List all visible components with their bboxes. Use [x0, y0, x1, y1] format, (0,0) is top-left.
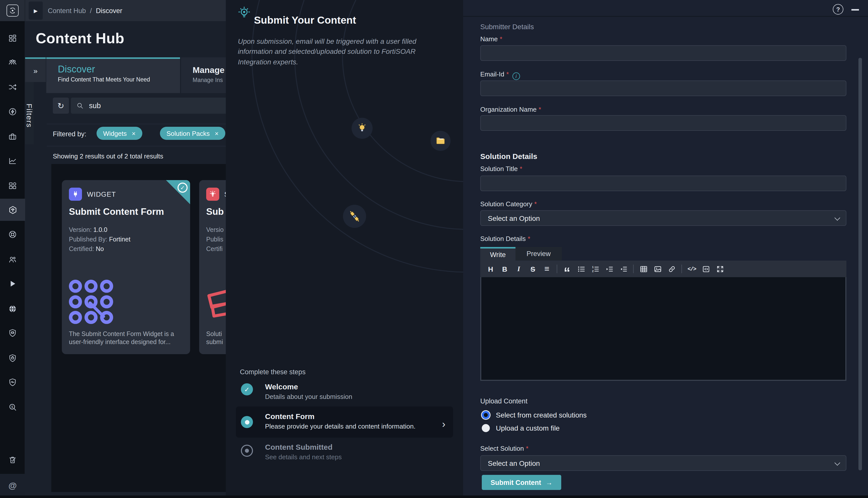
- blockquote-icon[interactable]: “: [563, 265, 571, 273]
- breadcrumb-parent[interactable]: Content Hub: [48, 7, 86, 14]
- filters-expand-button[interactable]: »: [25, 59, 46, 82]
- refresh-button[interactable]: ↻: [53, 97, 69, 114]
- select-solution-select[interactable]: Select an Option: [480, 455, 846, 471]
- automation-logo-icon[interactable]: [6, 4, 18, 17]
- italic-icon[interactable]: I: [515, 265, 523, 273]
- step-content-form-title[interactable]: Content Form: [265, 412, 315, 421]
- solution-category-select[interactable]: Select an Option: [480, 210, 846, 226]
- filter-tag-label: Solution Packs: [166, 130, 210, 137]
- inline-code-icon[interactable]: </>: [687, 265, 696, 273]
- solution-details-editor[interactable]: [480, 277, 846, 381]
- minimize-button[interactable]: [851, 9, 859, 10]
- outdent-icon[interactable]: [619, 265, 628, 273]
- window-bottom-edge: [0, 496, 868, 498]
- editor-tab-write[interactable]: Write: [480, 247, 516, 261]
- required-mark: *: [520, 165, 522, 172]
- sidebar-item-mentions[interactable]: @: [0, 474, 25, 498]
- solution-category-label: Solution Category*: [480, 200, 537, 208]
- image-icon[interactable]: [653, 265, 662, 273]
- filter-tag-widgets[interactable]: Widgets ×: [96, 127, 142, 140]
- sidebar-header: [0, 0, 25, 21]
- sidebar-item-recycle-bin[interactable]: [0, 449, 25, 471]
- sidebar-item-shield-bug[interactable]: [0, 322, 25, 344]
- sidebar-item-users[interactable]: [0, 249, 25, 271]
- organization-field[interactable]: [480, 115, 846, 131]
- email-field[interactable]: [480, 80, 846, 96]
- remove-filter-icon[interactable]: ×: [215, 130, 218, 137]
- indent-icon[interactable]: [605, 265, 614, 273]
- bolt-circle-icon: [8, 107, 17, 116]
- solution-details-heading: Solution Details: [480, 152, 537, 160]
- sidebar-item-help-ring[interactable]: [0, 223, 25, 246]
- name-label: Name*: [480, 35, 503, 43]
- submit-content-button[interactable]: Submit Content →: [482, 475, 561, 490]
- info-icon[interactable]: i: [512, 73, 520, 80]
- card-meta: Version: 1.0.0 Published By: Fortinet Ce…: [69, 225, 131, 254]
- filters-rail: » Filters: [25, 57, 46, 144]
- ordered-list-icon[interactable]: 12: [591, 265, 599, 273]
- filter-tag-solution-packs[interactable]: Solution Packs ×: [160, 127, 225, 140]
- meta-label: Published By:: [69, 236, 109, 243]
- breadcrumb-current[interactable]: Discover: [96, 7, 122, 14]
- name-field[interactable]: [480, 45, 846, 61]
- refresh-icon: ↻: [57, 101, 64, 110]
- scrollbar-thumb[interactable]: [858, 58, 862, 470]
- step-content-submitted-title[interactable]: Content Submitted: [265, 443, 332, 451]
- heading-icon[interactable]: H: [486, 265, 495, 273]
- widget-graphic: [69, 280, 116, 324]
- widget-type-icon: [69, 188, 82, 201]
- chevron-right-icon[interactable]: ›: [442, 419, 445, 430]
- sidebar-item-automation[interactable]: [0, 101, 25, 123]
- link-icon[interactable]: [667, 265, 676, 273]
- sidebar-item-dashboard[interactable]: [0, 27, 25, 49]
- sidebar-item-content-hub[interactable]: [0, 199, 25, 221]
- select-solution-label: Select Solution*: [480, 445, 529, 452]
- unordered-list-icon[interactable]: [577, 265, 585, 273]
- strikethrough-icon[interactable]: S: [529, 265, 537, 273]
- lines-icon[interactable]: ≡: [543, 265, 551, 273]
- meta-value: 1.0.0: [93, 226, 107, 233]
- solution-title-label: Solution Title*: [480, 165, 522, 172]
- shuffle-icon: [8, 82, 17, 92]
- fullscreen-icon[interactable]: [716, 265, 724, 273]
- sidebar-item-shield-pulse[interactable]: [0, 371, 25, 393]
- table-icon[interactable]: [639, 265, 648, 273]
- collapse-panel-button[interactable]: ▶: [29, 1, 43, 19]
- shield-briefcase-icon: [8, 354, 17, 363]
- check-icon: ✓: [177, 183, 188, 193]
- tab-discover[interactable]: Discover Find Content That Meets Your Ne…: [46, 57, 180, 93]
- step-welcome-title[interactable]: Welcome: [265, 382, 298, 391]
- sidebar-item-reports[interactable]: [0, 150, 25, 172]
- sidebar-item-global[interactable]: [0, 298, 25, 320]
- code-block-icon[interactable]: [702, 265, 710, 273]
- sidebar-item-playbooks[interactable]: [0, 273, 25, 295]
- content-form-panel: ? Submitter Details Name* Email-Id*i Org…: [463, 0, 868, 498]
- radio-select-from-created-solutions[interactable]: Select from created solutions: [482, 411, 587, 419]
- sidebar-item-cost-search[interactable]: $: [0, 396, 25, 419]
- sidebar-item-workflow[interactable]: [0, 76, 25, 98]
- meta-value: No: [96, 246, 104, 252]
- sidebar-item-widgets[interactable]: [0, 174, 25, 197]
- remove-filter-icon[interactable]: ×: [132, 130, 135, 137]
- bold-icon[interactable]: B: [500, 265, 509, 273]
- help-button[interactable]: ?: [833, 4, 843, 15]
- radio-unselected-icon: [482, 424, 490, 432]
- breadcrumb-separator: /: [90, 7, 92, 14]
- app-sidebar: $ @: [0, 0, 25, 498]
- step-content-form-row[interactable]: [236, 406, 453, 438]
- sidebar-item-shield-case[interactable]: [0, 347, 25, 369]
- sidebar-item-resources[interactable]: [0, 126, 25, 148]
- search-icon: [77, 102, 83, 109]
- filters-label[interactable]: Filters: [25, 82, 34, 144]
- submit-content-wizard-panel: Submit Your Content Upon submission, ema…: [226, 0, 463, 498]
- sidebar-item-team[interactable]: [0, 51, 25, 74]
- radio-upload-custom-file[interactable]: Upload a custom file: [482, 424, 560, 432]
- upload-content-label: Upload Content: [480, 397, 528, 405]
- card-title: Sub: [206, 206, 224, 217]
- select-value: Select an Option: [488, 459, 540, 467]
- step-content-submitted-radio-icon: [241, 445, 253, 457]
- dashboard-icon: [8, 34, 17, 43]
- card-submit-content-form-widget[interactable]: ✓ WIDGET Submit Content Form Version: 1.…: [62, 180, 190, 354]
- solution-title-field[interactable]: [480, 175, 846, 191]
- editor-tab-preview[interactable]: Preview: [516, 247, 562, 261]
